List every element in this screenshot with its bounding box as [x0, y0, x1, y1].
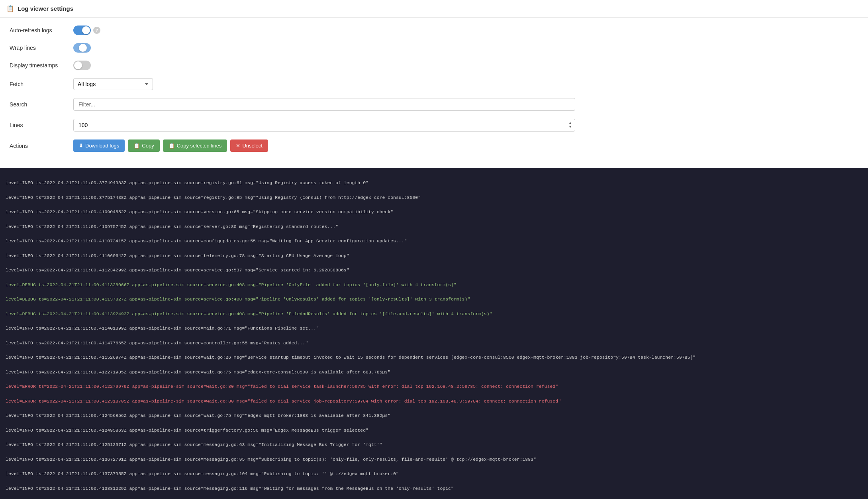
- search-row: Search: [10, 98, 858, 111]
- unselect-icon: ✕: [236, 143, 240, 149]
- lines-label: Lines: [10, 122, 73, 128]
- actions-control: ⬇ Download logs 📋 Copy 📋 Copy selected l…: [73, 139, 268, 152]
- search-control: [73, 98, 858, 111]
- auto-refresh-help-icon[interactable]: ?: [93, 27, 100, 34]
- display-timestamps-row: Display timestamps: [10, 61, 858, 70]
- auto-refresh-row: Auto-refresh logs ?: [10, 26, 858, 35]
- actions-label: Actions: [10, 143, 73, 149]
- log-line[interactable]: level=INFO ts=2022-04-21T21:11:00.411526…: [6, 354, 862, 361]
- wrap-lines-control: [73, 43, 91, 53]
- display-timestamps-label: Display timestamps: [10, 62, 73, 69]
- display-timestamps-toggle[interactable]: [73, 61, 91, 70]
- fetch-control: All logsLast 100 linesLast 500 linesLast…: [73, 78, 153, 90]
- lines-control: ▲ ▼: [73, 119, 858, 132]
- fetch-label: Fetch: [10, 81, 73, 87]
- log-line[interactable]: level=DEBUG ts=2022-04-21T21:11:00.41139…: [6, 310, 862, 318]
- log-line[interactable]: level=INFO ts=2022-04-21T21:11:00.411234…: [6, 266, 862, 274]
- copy-selected-icon: 📋: [169, 143, 175, 149]
- unselect-label: Unselect: [242, 143, 263, 149]
- search-label: Search: [10, 101, 73, 108]
- search-input[interactable]: [73, 98, 575, 111]
- log-line[interactable]: level=ERROR ts=2022-04-21T21:11:00.41231…: [6, 397, 862, 405]
- log-line[interactable]: level=INFO ts=2022-04-21T21:11:00.412456…: [6, 412, 862, 419]
- download-icon: ⬇: [79, 143, 83, 149]
- download-logs-label: Download logs: [85, 143, 119, 149]
- auto-refresh-control: ?: [73, 26, 100, 35]
- log-line[interactable]: level=INFO ts=2022-04-21T21:11:00.377517…: [6, 194, 862, 201]
- unselect-button[interactable]: ✕ Unselect: [230, 139, 268, 152]
- lines-spinner[interactable]: ▲ ▼: [568, 121, 572, 129]
- log-line[interactable]: level=DEBUG ts=2022-04-21T21:11:00.41132…: [6, 281, 862, 289]
- copy-selected-label: Copy selected lines: [177, 143, 222, 149]
- log-line[interactable]: level=INFO ts=2022-04-21T21:11:00.411477…: [6, 339, 862, 347]
- log-line[interactable]: level=INFO ts=2022-04-21T21:11:00.413672…: [6, 456, 862, 463]
- copy-selected-button[interactable]: 📋 Copy selected lines: [163, 139, 227, 152]
- log-line[interactable]: level=INFO ts=2022-04-21T21:11:00.410904…: [6, 208, 862, 216]
- copy-button[interactable]: 📋 Copy: [128, 139, 159, 152]
- log-line[interactable]: level=INFO ts=2022-04-21T21:11:00.410975…: [6, 223, 862, 230]
- wrap-lines-toggle[interactable]: [73, 43, 91, 53]
- wrap-lines-label: Wrap lines: [10, 45, 73, 51]
- log-viewer-icon: 📋: [6, 5, 14, 12]
- page-title: Log viewer settings: [18, 5, 73, 12]
- settings-container: Auto-refresh logs ? Wrap lines Display t…: [0, 18, 868, 168]
- log-line[interactable]: level=ERROR ts=2022-04-21T21:11:00.41227…: [6, 383, 862, 390]
- log-line[interactable]: level=INFO ts=2022-04-21T21:11:00.411073…: [6, 237, 862, 245]
- copy-label: Copy: [142, 143, 154, 149]
- auto-refresh-toggle[interactable]: [73, 26, 91, 35]
- log-line[interactable]: level=INFO ts=2022-04-21T21:11:00.412271…: [6, 368, 862, 376]
- log-line[interactable]: level=INFO ts=2022-04-21T21:11:00.412512…: [6, 441, 862, 448]
- log-line[interactable]: level=DEBUG ts=2022-04-21T21:11:00.41137…: [6, 295, 862, 303]
- log-line[interactable]: level=INFO ts=2022-04-21T21:11:00.411060…: [6, 252, 862, 259]
- download-logs-button[interactable]: ⬇ Download logs: [73, 139, 125, 152]
- log-line[interactable]: level=INFO ts=2022-04-21T21:11:00.377494…: [6, 179, 862, 187]
- lines-input[interactable]: [73, 119, 575, 132]
- actions-row: Actions ⬇ Download logs 📋 Copy 📋 Copy se…: [10, 139, 858, 152]
- log-line[interactable]: level=INFO ts=2022-04-21T21:11:00.413737…: [6, 470, 862, 477]
- lines-wrapper: ▲ ▼: [73, 119, 575, 132]
- fetch-select[interactable]: All logsLast 100 linesLast 500 linesLast…: [73, 78, 153, 90]
- auto-refresh-label: Auto-refresh logs: [10, 27, 73, 33]
- log-area: level=INFO ts=2022-04-21T21:11:00.377494…: [0, 168, 868, 499]
- fetch-row: Fetch All logsLast 100 linesLast 500 lin…: [10, 78, 858, 90]
- page-header: 📋 Log viewer settings: [0, 0, 868, 18]
- log-line[interactable]: level=INFO ts=2022-04-21T21:11:00.411401…: [6, 324, 862, 332]
- display-timestamps-control: [73, 61, 91, 70]
- log-line[interactable]: level=INFO ts=2022-04-21T21:11:00.413881…: [6, 485, 862, 492]
- lines-decrement[interactable]: ▼: [568, 125, 572, 129]
- lines-row: Lines ▲ ▼: [10, 119, 858, 132]
- wrap-lines-row: Wrap lines: [10, 43, 858, 53]
- copy-icon: 📋: [133, 143, 140, 149]
- log-line[interactable]: level=INFO ts=2022-04-21T21:11:00.412495…: [6, 426, 862, 434]
